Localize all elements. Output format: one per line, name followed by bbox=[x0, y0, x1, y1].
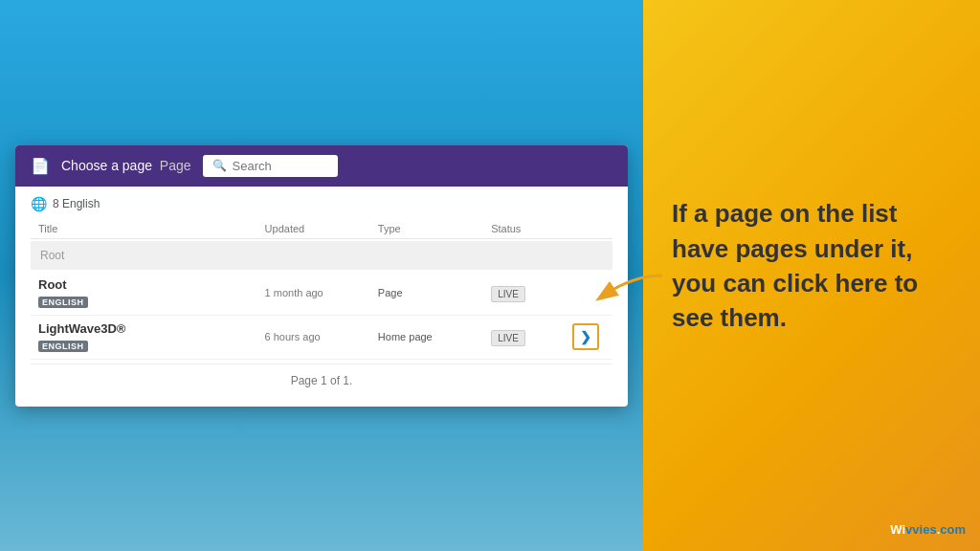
arrow-annotation bbox=[595, 266, 672, 323]
row-type-root: Page bbox=[378, 287, 491, 298]
modal-header: 📄 Choose a page Page 🔍 bbox=[15, 145, 628, 187]
search-input[interactable] bbox=[233, 159, 328, 173]
search-icon: 🔍 bbox=[212, 159, 227, 172]
table-header: Title Updated Type Status bbox=[31, 219, 612, 239]
right-panel: If a page on the list have pages under i… bbox=[643, 0, 980, 551]
modal-title: Choose a page Page bbox=[61, 158, 191, 173]
status-badge-lightwave: LIVE bbox=[491, 330, 525, 346]
modal-body: 🌐 8 English Title Updated Type Status Ro… bbox=[15, 187, 628, 407]
row-status-root: LIVE bbox=[491, 284, 567, 302]
col-type-header: Type bbox=[378, 223, 491, 234]
row-updated-lightwave: 6 hours ago bbox=[265, 331, 378, 342]
row-badge-root: ENGLISH bbox=[38, 297, 88, 308]
globe-icon: 🌐 bbox=[31, 196, 47, 211]
row-updated-root: 1 month ago bbox=[265, 287, 378, 298]
status-badge-root: LIVE bbox=[491, 286, 525, 302]
table-row: Root ENGLISH 1 month ago Page LIVE bbox=[31, 272, 612, 316]
table-row: LightWave3D® ENGLISH 6 hours ago Home pa… bbox=[31, 316, 612, 360]
pagination-label: Page 1 of 1. bbox=[291, 374, 353, 387]
row-status-lightwave: LIVE bbox=[491, 328, 567, 346]
root-placeholder-row: Root bbox=[31, 241, 612, 270]
row-title-group-lightwave: LightWave3D® ENGLISH bbox=[38, 321, 265, 353]
search-bar[interactable]: 🔍 bbox=[203, 155, 338, 177]
col-title-header: Title bbox=[38, 223, 265, 234]
expand-children-button[interactable]: ❯ bbox=[572, 323, 599, 350]
language-label: 8 English bbox=[53, 197, 100, 210]
cms-modal: 📄 Choose a page Page 🔍 🌐 8 English Title… bbox=[15, 145, 628, 407]
row-action-lightwave[interactable]: ❯ bbox=[567, 323, 605, 350]
page-icon: 📄 bbox=[31, 157, 50, 175]
col-status-header: Status bbox=[491, 223, 567, 234]
col-action-header bbox=[567, 223, 605, 234]
row-title-root: Root bbox=[38, 277, 265, 292]
pagination: Page 1 of 1. bbox=[31, 364, 612, 397]
wivvies-logo: Wivvies.com bbox=[890, 522, 966, 537]
row-badge-lightwave: ENGLISH bbox=[38, 341, 88, 352]
left-panel: 📄 Choose a page Page 🔍 🌐 8 English Title… bbox=[0, 0, 643, 551]
right-panel-description: If a page on the list have pages under i… bbox=[672, 196, 951, 336]
row-title-group-root: Root ENGLISH bbox=[38, 277, 265, 309]
row-title-lightwave: LightWave3D® bbox=[38, 321, 265, 336]
language-row: 🌐 8 English bbox=[31, 196, 612, 211]
row-type-lightwave: Home page bbox=[378, 331, 491, 342]
col-updated-header: Updated bbox=[265, 223, 378, 234]
